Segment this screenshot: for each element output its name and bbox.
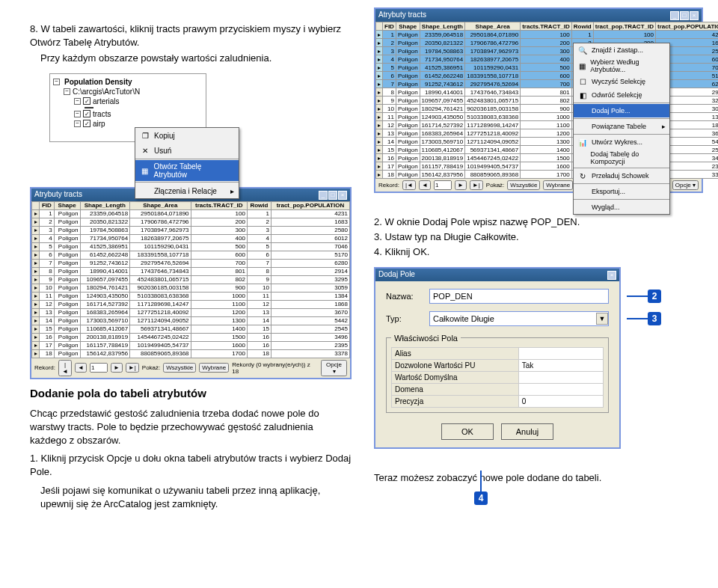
show-all-button[interactable]: Wszystkie xyxy=(163,363,196,373)
layer-checkbox[interactable]: ✓ xyxy=(83,110,90,117)
menu-reload-cache[interactable]: ↻Przeładuj Schowek xyxy=(574,169,669,183)
nav-prev[interactable]: ◄ xyxy=(419,180,431,190)
layer-checkbox[interactable]: ✓ xyxy=(83,97,90,105)
ctx-joins-relates[interactable]: Złączenia i Relacje▸ xyxy=(135,183,239,198)
menu-add-field[interactable]: Dodaj Pole... xyxy=(574,104,669,117)
find-icon: 🔍 xyxy=(577,45,588,55)
ctx-copy[interactable]: ❐Kopiuj xyxy=(135,128,239,143)
window-controls: _□× xyxy=(318,190,347,200)
final-note: Teraz możesz zobaczyć nowe pole dodane d… xyxy=(374,471,703,485)
window-title: Atrybuty tracts xyxy=(378,10,426,20)
step-1: 1. Kliknij przycisk Opcje u dołu okna ta… xyxy=(30,452,352,479)
copy-icon: ❐ xyxy=(140,130,150,141)
minimize-icon[interactable]: _ xyxy=(670,11,679,20)
menu-add-to-layout[interactable]: Dodaj Tabelę do Kompozycji xyxy=(574,149,669,167)
type-label: Typ: xyxy=(386,314,423,323)
collapse-icon[interactable]: − xyxy=(74,98,81,105)
ok-button[interactable]: OK xyxy=(441,423,494,440)
minimize-icon[interactable]: _ xyxy=(319,191,328,200)
maximize-icon[interactable]: □ xyxy=(328,191,337,200)
line-symbol-icon xyxy=(85,107,93,108)
nav-last[interactable]: ►| xyxy=(126,363,139,373)
close-icon[interactable]: × xyxy=(690,11,699,20)
menu-create-chart[interactable]: 📊Utwórz Wykres... xyxy=(574,135,669,149)
reload-icon: ↻ xyxy=(577,171,588,181)
field-properties-group: Właściwości Pola Alias Dozwolone Wartośc… xyxy=(386,334,609,413)
callout-badge-2: 2 xyxy=(648,290,661,303)
step-1-note: Jeśli pojawi się komunikat o używaniu ta… xyxy=(40,484,352,511)
callout-badge-4: 4 xyxy=(474,491,488,505)
collapse-icon[interactable]: − xyxy=(64,88,70,95)
nav-prev[interactable]: ◄ xyxy=(75,363,87,373)
attribute-table-window-top: Atrybuty tracts _□× FIDShapeShape_Length… xyxy=(374,7,703,193)
nav-next[interactable]: ► xyxy=(455,180,467,190)
step-8-text: 8. W tabeli zawartości, kliknij tracts p… xyxy=(30,22,352,66)
nav-first[interactable]: |◄ xyxy=(402,180,416,190)
ctx-open-attribute-table[interactable]: ▦Otwórz Tabelę Atrybutów xyxy=(135,160,239,181)
options-menu: 🔍Znajdź i Zastąp... ▦Wybierz Według Atry… xyxy=(573,43,670,215)
options-button[interactable]: Opcje ▾ xyxy=(321,360,347,376)
menu-related-tables[interactable]: Powiązane Tabele▸ xyxy=(574,120,669,133)
close-icon[interactable]: × xyxy=(607,271,616,280)
select-icon: ▦ xyxy=(577,61,586,71)
menu-export[interactable]: Eksportuj... xyxy=(574,185,669,198)
name-label: Nazwa: xyxy=(386,292,423,301)
table-icon: ▦ xyxy=(140,165,150,176)
collapse-icon[interactable]: − xyxy=(74,111,81,117)
collapse-icon[interactable]: − xyxy=(53,79,60,85)
ctx-remove[interactable]: ✕Usuń xyxy=(135,143,239,158)
show-all-button[interactable]: Wszystkie xyxy=(507,180,540,190)
add-field-dialog: Dodaj Pole × Nazwa: Typ: Całkowite Długi… xyxy=(374,267,621,449)
steps-right: 2. W oknie Dodaj Pole wpisz nazwę POP_DE… xyxy=(374,215,703,260)
menu-find-replace[interactable]: 🔍Znajdź i Zastąp... xyxy=(574,43,669,57)
layer-checkbox[interactable]: ✓ xyxy=(83,120,90,127)
section-body: Chcąc przedstawić gestość zaludnienia tr… xyxy=(30,407,352,448)
window-title: Atrybuty tracts xyxy=(34,190,82,200)
section-heading: Dodanie pola do tabeli atrybutów xyxy=(30,387,352,399)
clear-icon: ☐ xyxy=(577,76,588,87)
remove-icon: ✕ xyxy=(140,145,150,156)
menu-switch-selection[interactable]: ◧Odwróć Selekcję xyxy=(574,88,669,102)
context-menu: ❐Kopiuj ✕Usuń ▦Otwórz Tabelę Atrybutów Z… xyxy=(135,127,239,199)
menu-clear-selection[interactable]: ☐Wyczyść Selekcję xyxy=(574,75,669,88)
nav-last[interactable]: ►| xyxy=(470,180,483,190)
record-input[interactable] xyxy=(90,363,108,373)
field-type-select[interactable]: Całkowite Długie▼ xyxy=(429,311,609,326)
chart-icon: 📊 xyxy=(577,137,588,147)
record-input[interactable] xyxy=(434,180,452,190)
chevron-down-icon: ▼ xyxy=(596,313,608,325)
nav-first[interactable]: |◄ xyxy=(58,360,72,376)
callout-badge-3: 3 xyxy=(648,312,661,325)
menu-select-by-attr[interactable]: ▦Wybierz Według Atrybutów... xyxy=(574,57,669,75)
table-status-bar: Rekord: |◄ ◄ ► ►| Pokaż: Wszystkie Wybra… xyxy=(31,358,350,378)
show-selected-button[interactable]: Wybrane xyxy=(199,363,229,373)
menu-appearance[interactable]: Wygląd... xyxy=(574,200,669,214)
collapse-icon[interactable]: − xyxy=(74,120,81,127)
options-button[interactable]: Opcje ▾ xyxy=(672,180,699,190)
attribute-table[interactable]: FIDShapeShape_LengthShape_Areatracts.TRA… xyxy=(31,201,350,358)
show-selected-button[interactable]: Wybrane xyxy=(543,180,573,190)
nav-next[interactable]: ► xyxy=(111,363,123,373)
maximize-icon[interactable]: □ xyxy=(680,11,689,20)
dialog-title: Dodaj Pole xyxy=(378,270,415,280)
switch-icon: ◧ xyxy=(577,90,588,100)
field-name-input[interactable] xyxy=(429,289,609,304)
layer-tracts[interactable]: tracts xyxy=(93,110,111,118)
attribute-table-window: Atrybuty tracts _□× FIDShapeShape_Length… xyxy=(30,187,352,379)
cancel-button[interactable]: Anuluj xyxy=(501,423,553,440)
close-icon[interactable]: × xyxy=(338,191,347,200)
